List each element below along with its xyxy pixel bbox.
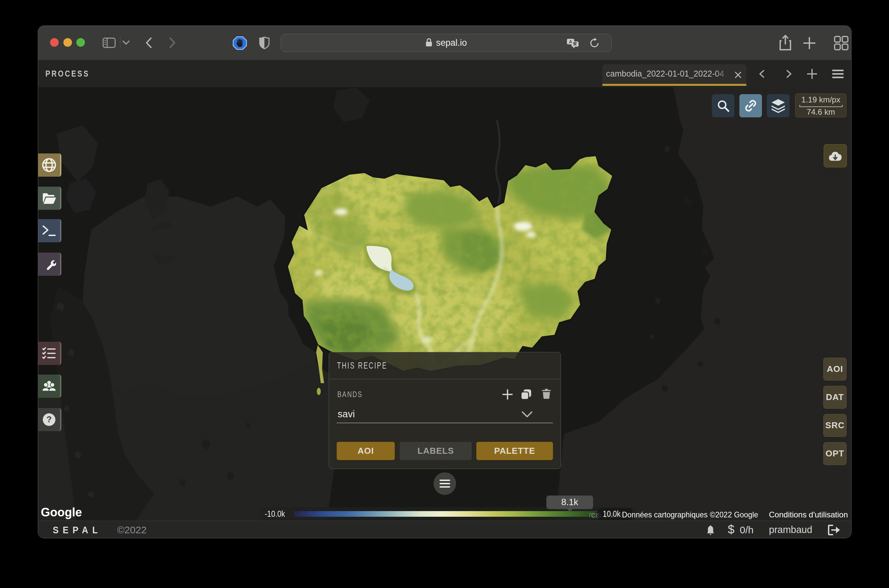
svg-text:$: $ <box>728 524 734 536</box>
svg-text:?: ? <box>47 414 52 424</box>
